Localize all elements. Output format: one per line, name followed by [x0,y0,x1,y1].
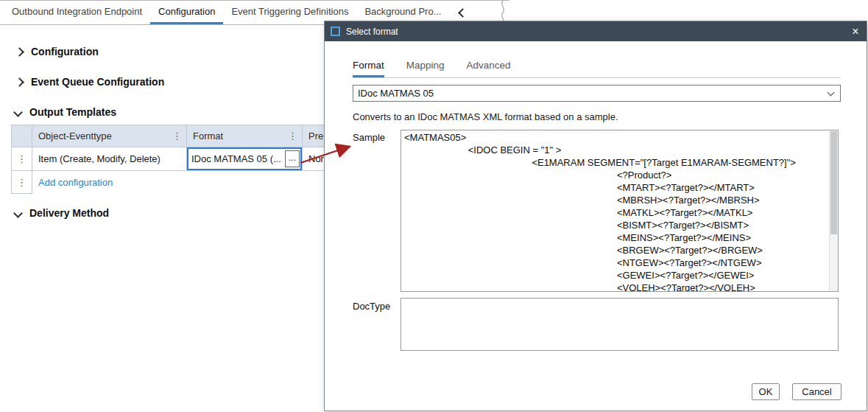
add-configuration-link[interactable]: Add configuration [38,177,113,188]
header-label: Object-Eventtype [38,130,112,142]
chevron-down-icon [828,89,835,97]
cancel-button[interactable]: Cancel [792,383,841,400]
format-dropdown[interactable]: IDoc MATMAS 05 [353,85,841,102]
doctype-label: DocType [353,301,390,312]
dialog-tabs: Format Mapping Advanced [353,60,511,77]
scrollbar-thumb[interactable] [830,131,837,234]
doctype-textarea[interactable] [401,298,839,351]
close-button[interactable]: × [844,21,867,41]
tab-mapping[interactable]: Mapping [406,60,445,77]
header-format[interactable]: Format ⋮ [187,125,303,147]
dialog-title: Select format [346,27,398,37]
section-configuration[interactable]: Configuration [16,44,99,59]
ok-button[interactable]: OK [752,383,780,400]
header-object-eventtype[interactable]: Object-Eventtype ⋮ [32,125,187,147]
tab-advanced[interactable]: Advanced [467,60,511,77]
chevron-right-icon [15,47,24,57]
section-title: Delivery Method [29,207,109,219]
column-menu-icon[interactable]: ⋮ [172,131,182,141]
annotation-arrow [296,136,364,170]
chevron-left-icon [459,8,468,18]
cell-format[interactable]: IDoc MATMAS 05 (... ... [187,147,303,171]
format-dropdown-value: IDoc MATMAS 05 [358,88,434,99]
tab-format[interactable]: Format [353,60,384,77]
chevron-right-icon [15,77,24,87]
window-icon [331,27,340,36]
section-title: Configuration [31,46,99,57]
chevron-down-icon [13,209,23,218]
row-handle[interactable]: ⋮ [12,147,32,171]
header-label: Format [193,130,223,142]
section-output-templates[interactable]: Output Templates [15,105,116,119]
format-description: Converts to an IDoc MATMAS XML format ba… [353,111,618,122]
row-menu-icon: ⋮ [17,177,27,188]
dialog-titlebar[interactable]: Select format × [325,21,867,41]
tabs-separator [353,77,841,78]
section-title: Output Templates [29,106,116,118]
tab-outbound-integration-endpoint[interactable]: Outbound Integration Endpoint [4,1,150,24]
section-title: Event Queue Configuration [31,76,164,88]
table-corner-header [12,125,32,147]
sample-textarea[interactable]: <MATMAS05> <IDOC BEGIN = "1" > <E1MARAM … [401,130,839,292]
format-value: IDoc MATMAS 05 (... [191,153,281,164]
section-event-queue-configuration[interactable]: Event Queue Configuration [16,74,164,89]
sample-xml-content: <MATMAS05> <IDOC BEGIN = "1" > <E1MARAM … [401,130,829,291]
cell-object-eventtype[interactable]: Item (Create, Modify, Delete) [32,147,187,171]
tab-configuration[interactable]: Configuration [150,1,223,24]
row-menu-icon: ⋮ [17,153,27,164]
select-format-dialog: Select format × Format Mapping Advanced … [324,21,867,411]
row-handle[interactable]: ⋮ [12,171,32,194]
chevron-down-icon [13,108,23,117]
section-delivery-method[interactable]: Delivery Method [15,206,109,220]
sample-scrollbar[interactable] [829,130,838,291]
